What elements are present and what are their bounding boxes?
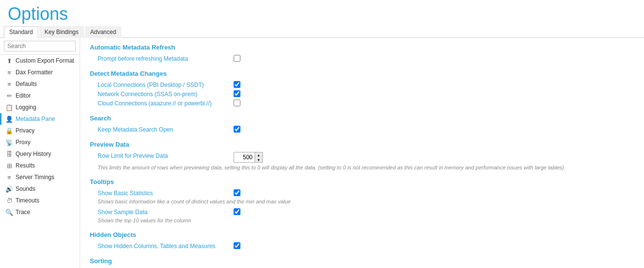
sidebar-item-label: Editor [16,92,31,99]
content-area: Automatic Metadata Refresh Prompt before… [80,38,644,268]
setting-label-keep-search-open: Keep Metadata Search Open [98,126,234,133]
sidebar-item-custom-export-format[interactable]: ⬆ Custom Export Format [0,55,80,67]
sidebar-item-query-history[interactable]: 🗄 Query History [0,148,80,160]
defaults-icon: ≡ [6,81,13,87]
setting-row-show-sample-data: Show Sample Data [90,208,634,216]
setting-label-network-connections: Network Connections (SSAS on-prem) [98,90,234,98]
setting-description-basic-stats: Shows basic information like a count of … [98,199,634,204]
sidebar-item-label: Metadata Pane [16,116,55,122]
setting-label-show-sample-data: Show Sample Data [98,208,234,216]
section-title-sorting: Sorting [90,257,634,265]
setting-control-network-connections [234,90,240,97]
sidebar-item-timeouts[interactable]: ⏱ Timeouts [0,195,80,206]
sidebar-item-label: Sounds [16,185,35,192]
trace-icon: 🔍 [6,209,13,216]
tab-advanced[interactable]: Advanced [85,26,121,38]
sidebar-item-trace[interactable]: 🔍 Trace [0,206,80,218]
privacy-icon: 🔒 [6,127,13,134]
sidebar-item-label: Privacy [16,127,34,134]
sidebar-item-label: Logging [16,104,36,111]
sidebar-item-label: Server Timings [16,174,54,181]
dax-icon: ≡ [6,69,13,76]
checkbox-show-basic-stats[interactable] [234,189,240,196]
setting-row-prompt-refresh: Prompt before refreshing Metadata [90,55,634,62]
tab-key-bindings[interactable]: Key Bindings [39,26,84,38]
spinbox-input-row-limit[interactable] [234,153,254,162]
sidebar-item-defaults[interactable]: ≡ Defaults [0,78,80,90]
sidebar-item-label: Dax Formatter [16,69,53,76]
sidebar-item-results[interactable]: ⊞ Results [0,160,80,171]
spinbox-row-limit: ▲ ▼ [234,152,263,163]
section-title-preview-data: Preview Data [90,141,634,148]
sidebar-item-dax-formatter[interactable]: ≡ Dax Formatter [0,67,80,78]
setting-control-prompt-refresh [234,55,240,62]
logging-icon: 📋 [6,104,13,111]
timeouts-icon: ⏱ [6,197,13,204]
results-icon: ⊞ [6,162,13,169]
spinbox-down-button[interactable]: ▼ [254,157,262,162]
setting-label-prompt-refresh: Prompt before refreshing Metadata [98,55,234,62]
sidebar-item-label: Results [16,162,35,169]
sidebar-item-proxy[interactable]: 📡 Proxy [0,136,80,148]
setting-control-show-basic-stats [234,189,240,196]
setting-control-show-sample-data [234,208,240,215]
setting-label-row-limit: Row Limit for Preview Data [98,152,234,159]
sidebar-item-sounds[interactable]: 🔊 Sounds [0,183,80,195]
section-title-auto-refresh: Automatic Metadata Refresh [90,44,634,51]
sidebar-item-label: Proxy [16,139,31,146]
sounds-icon: 🔊 [6,185,13,192]
setting-row-row-limit: Row Limit for Preview Data ▲ ▼ [90,152,634,163]
setting-description-sample-data: Shows the top 10 values for the column [98,218,634,223]
section-title-detect-changes: Detect Metadata Changes [90,70,634,77]
section-title-hidden-objects: Hidden Objects [90,231,634,238]
editor-icon: ✏ [6,92,13,99]
checkbox-show-sample-data[interactable] [234,208,240,215]
setting-control-row-limit: ▲ ▼ [234,152,263,163]
search-box [0,38,80,55]
spinbox-up-button[interactable]: ▲ [254,152,262,157]
search-input[interactable] [4,41,76,51]
setting-control-show-hidden [234,242,240,249]
setting-row-network-connections: Network Connections (SSAS on-prem) [90,90,634,98]
sidebar-item-label: Defaults [16,81,37,87]
export-icon: ⬆ [6,57,13,64]
sidebar-item-label: Query History [16,151,51,157]
sidebar: ⬆ Custom Export Format ≡ Dax Formatter ≡… [0,38,80,268]
setting-label-local-connections: Local Connections (PBI Desktop / SSDT) [98,81,234,88]
proxy-icon: 📡 [6,139,13,146]
sidebar-item-label: Trace [16,209,30,216]
checkbox-prompt-refresh[interactable] [234,55,240,62]
setting-label-show-basic-stats: Show Basic Statistics [98,189,234,197]
setting-row-show-basic-stats: Show Basic Statistics [90,189,634,197]
sidebar-item-label: Custom Export Format [16,57,74,64]
server-timings-icon: ≡ [6,174,13,181]
checkbox-show-hidden[interactable] [234,242,240,249]
section-title-tooltips: Tooltips [90,178,634,185]
checkbox-network-connections[interactable] [234,90,240,97]
setting-control-cloud-connections [234,100,240,106]
setting-row-cloud-connections: Cloud Connections (asazure:// or powerbi… [90,100,634,107]
sidebar-item-editor[interactable]: ✏ Editor [0,90,80,101]
setting-description-row-limit: This limits the amount of rows when prev… [98,165,634,170]
sidebar-item-server-timings[interactable]: ≡ Server Timings [0,171,80,183]
sidebar-item-logging[interactable]: 📋 Logging [0,101,80,113]
setting-control-local-connections [234,81,240,88]
setting-row-show-hidden: Show Hidden Columns, Tables and Measures [90,242,634,250]
main-layout: ⬆ Custom Export Format ≡ Dax Formatter ≡… [0,38,644,268]
query-history-icon: 🗄 [6,151,13,157]
sidebar-item-label: Timeouts [16,197,39,204]
tab-standard[interactable]: Standard [4,26,38,38]
section-title-search: Search [90,115,634,122]
tabs-bar: Standard Key Bindings Advanced [0,26,644,38]
setting-row-keep-search-open: Keep Metadata Search Open [90,126,634,133]
sidebar-item-metadata-pane[interactable]: 👤 Metadata Pane [0,113,80,125]
setting-row-local-connections: Local Connections (PBI Desktop / SSDT) [90,81,634,88]
setting-label-show-hidden: Show Hidden Columns, Tables and Measures [98,242,234,250]
checkbox-local-connections[interactable] [234,81,240,88]
page-title: Options [0,0,644,26]
metadata-icon: 👤 [6,116,13,122]
checkbox-cloud-connections[interactable] [234,100,240,106]
checkbox-keep-search-open[interactable] [234,126,240,133]
spinbox-buttons: ▲ ▼ [254,152,262,162]
sidebar-item-privacy[interactable]: 🔒 Privacy [0,125,80,136]
